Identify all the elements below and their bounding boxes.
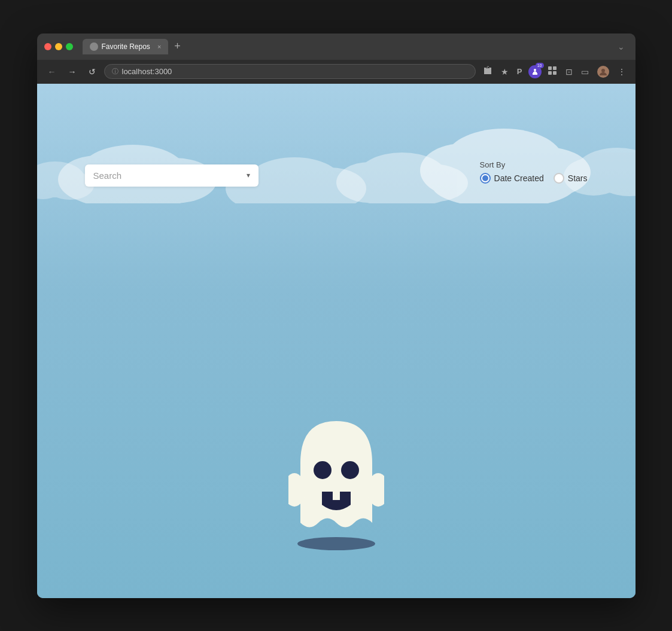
- reload-button[interactable]: ↺: [85, 65, 99, 79]
- window-more-button[interactable]: ⌄: [614, 39, 628, 54]
- search-dropdown-icon[interactable]: ▾: [247, 171, 250, 179]
- share-button[interactable]: [481, 63, 495, 80]
- extension-count: 10: [536, 63, 544, 68]
- sidebar-button[interactable]: ▭: [579, 65, 591, 79]
- sort-options: Date Created Stars: [480, 173, 588, 184]
- bookmark-button[interactable]: ★: [498, 65, 511, 79]
- svg-point-30: [314, 461, 332, 479]
- split-view-button[interactable]: ⊡: [563, 65, 575, 79]
- svg-rect-1: [548, 66, 552, 70]
- sort-container: Sort By Date Created Stars: [480, 160, 588, 184]
- extension-badge[interactable]: 10: [528, 65, 542, 78]
- search-placeholder: Search: [93, 170, 242, 181]
- svg-rect-3: [548, 71, 552, 75]
- url-text: localhost:3000: [122, 67, 172, 76]
- sort-option-stars[interactable]: Stars: [554, 173, 588, 184]
- sort-stars-label: Stars: [568, 173, 588, 183]
- tab-favicon: [90, 42, 98, 51]
- forward-button[interactable]: →: [65, 65, 80, 79]
- svg-rect-2: [553, 66, 557, 70]
- svg-rect-33: [333, 492, 340, 500]
- radio-date-created[interactable]: [480, 173, 491, 184]
- tab-title: Favorite Repos: [102, 42, 150, 51]
- minimize-button[interactable]: [55, 43, 62, 50]
- back-button[interactable]: ←: [44, 65, 60, 79]
- active-tab[interactable]: Favorite Repos ×: [83, 39, 169, 54]
- ghost-shadow: [297, 537, 375, 550]
- address-bar[interactable]: ⓘ localhost:3000: [104, 64, 476, 79]
- svg-point-0: [92, 44, 96, 49]
- ghost-illustration: [288, 415, 384, 535]
- tab-close-button[interactable]: ×: [157, 43, 161, 50]
- sort-date-created-label: Date Created: [494, 173, 544, 183]
- extensions-button[interactable]: [545, 63, 560, 80]
- radio-date-created-fill: [482, 175, 488, 181]
- tab-bar: Favorite Repos × +: [83, 39, 609, 54]
- page-content: Search ▾ Sort By Date Created Stars: [37, 84, 635, 598]
- new-tab-button[interactable]: +: [171, 40, 184, 53]
- traffic-lights: [44, 43, 73, 50]
- ghost-svg: [288, 415, 384, 547]
- radio-stars[interactable]: [554, 173, 564, 184]
- nav-actions: ★ P 10 ⊡: [481, 63, 628, 80]
- close-button[interactable]: [44, 43, 51, 50]
- sort-label: Sort By: [480, 160, 506, 169]
- lock-icon: ⓘ: [112, 67, 118, 76]
- user-avatar-button[interactable]: [595, 63, 612, 80]
- profile-button[interactable]: P: [515, 65, 525, 78]
- svg-point-5: [601, 69, 605, 72]
- titlebar: Favorite Repos × + ⌄: [37, 33, 635, 60]
- ghost-container: [288, 415, 384, 550]
- search-container: Search ▾: [85, 164, 259, 187]
- sort-option-date-created[interactable]: Date Created: [480, 173, 544, 184]
- svg-rect-4: [553, 71, 557, 75]
- browser-window: Favorite Repos × + ⌄ ← → ↺ ⓘ localhost:3…: [37, 33, 635, 598]
- search-box[interactable]: Search ▾: [85, 164, 259, 187]
- maximize-button[interactable]: [66, 43, 73, 50]
- browser-more-button[interactable]: ⋮: [615, 65, 628, 79]
- svg-point-31: [341, 461, 359, 479]
- navbar: ← → ↺ ⓘ localhost:3000 ★ P: [37, 60, 635, 84]
